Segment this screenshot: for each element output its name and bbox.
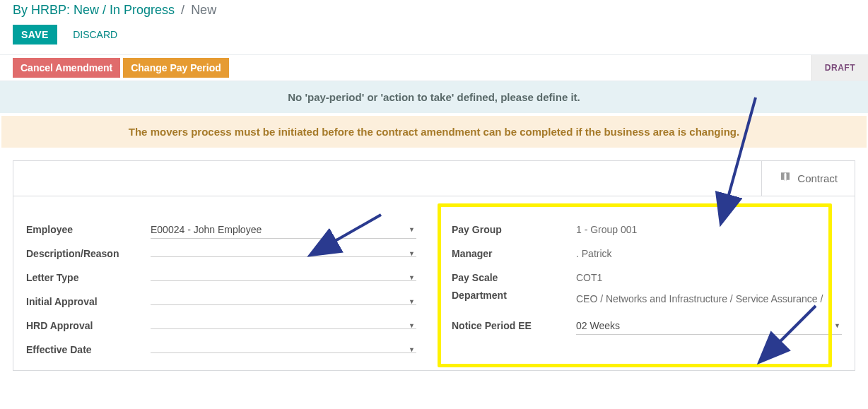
pay-scale-label: Pay Scale (452, 272, 576, 283)
chevron-down-icon: ▼ (834, 322, 840, 329)
pay-group-label: Pay Group (452, 224, 576, 235)
save-button[interactable]: SAVE (13, 25, 57, 45)
breadcrumb-parent[interactable]: By HRBP: New / In Progress (13, 3, 175, 17)
effective-date-field[interactable]: ▼ (151, 347, 416, 353)
employee-field[interactable]: E00024 - John Employee▼ (151, 221, 416, 239)
alert-info: No 'pay-period' or 'action to take' defi… (0, 81, 868, 113)
notice-period-field[interactable]: 02 Weeks▼ (576, 317, 842, 335)
department-value: CEO / Networks and Infrastructure / Serv… (576, 290, 842, 309)
action-row: SAVE DISCARD (0, 22, 868, 55)
change-pay-period-button[interactable]: Change Pay Period (123, 58, 229, 78)
left-column: Employee E00024 - John Employee▼ Descrip… (26, 218, 416, 362)
initial-approval-field[interactable]: ▼ (151, 299, 416, 305)
chevron-down-icon: ▼ (409, 250, 415, 257)
effective-date-label: Effective Date (26, 344, 151, 355)
letter-type-label: Letter Type (26, 272, 151, 283)
contract-icon (779, 171, 792, 186)
description-label: Description/Reason (26, 248, 151, 259)
contract-button-label: Contract (797, 172, 838, 184)
form-sheet: Contract Employee E00024 - John Employee… (13, 160, 855, 371)
alert-warning: The movers process must be initiated bef… (1, 116, 867, 148)
breadcrumb-current: New (191, 3, 216, 17)
status-row: Cancel Amendment Change Pay Period DRAFT (0, 55, 868, 81)
status-badge: DRAFT (811, 55, 868, 81)
breadcrumb-separator: / (181, 3, 184, 17)
hrd-approval-field[interactable]: ▼ (151, 323, 416, 329)
chevron-down-icon: ▼ (409, 274, 415, 281)
pay-scale-value: COT1 (576, 269, 842, 286)
right-column: Pay Group 1 - Group 001 Manager . Patric… (452, 218, 842, 362)
description-field[interactable]: ▼ (151, 251, 416, 257)
chevron-down-icon: ▼ (409, 346, 415, 353)
discard-button[interactable]: DISCARD (64, 25, 126, 45)
initial-approval-label: Initial Approval (26, 296, 151, 307)
letter-type-field[interactable]: ▼ (151, 275, 416, 281)
department-label: Department (452, 290, 576, 301)
pay-group-value: 1 - Group 001 (576, 221, 842, 238)
cancel-amendment-button[interactable]: Cancel Amendment (13, 58, 120, 78)
chevron-down-icon: ▼ (409, 298, 415, 305)
breadcrumb: By HRBP: New / In Progress / New (0, 0, 868, 22)
manager-value: . Patrick (576, 245, 842, 262)
annotation-arrow-icon (717, 97, 773, 213)
contract-button[interactable]: Contract (761, 161, 855, 196)
chevron-down-icon: ▼ (409, 226, 415, 233)
hrd-approval-label: HRD Approval (26, 320, 151, 331)
manager-label: Manager (452, 248, 576, 259)
employee-label: Employee (26, 224, 151, 235)
notice-period-label: Notice Period EE (452, 320, 576, 331)
chevron-down-icon: ▼ (409, 322, 415, 329)
